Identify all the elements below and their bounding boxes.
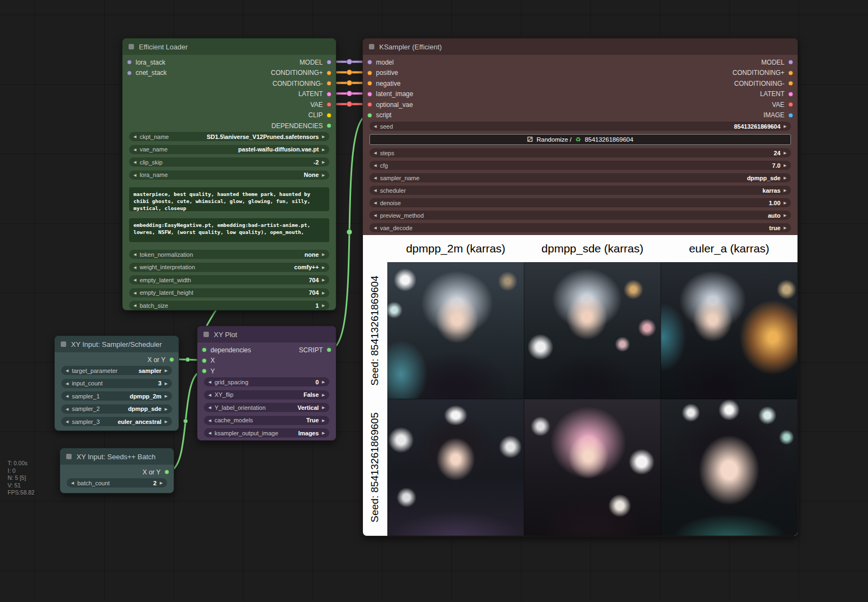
node-header-ksampler[interactable]: KSampler (Efficient) — [363, 39, 797, 55]
input-slot-cnet-stack[interactable]: cnet_stack — [127, 68, 167, 79]
next-arrow-icon[interactable]: ▶ — [322, 303, 325, 307]
prev-arrow-icon[interactable]: ◀ — [133, 303, 136, 307]
widget-ckpt-name[interactable]: ◀ ckpt_name SD1.5\aniverse_V12Pruned.saf… — [129, 132, 329, 141]
y-input-dot[interactable] — [202, 369, 207, 373]
next-arrow-icon[interactable]: ▶ — [322, 393, 325, 397]
model-input-dot[interactable] — [367, 60, 372, 65]
next-arrow-icon[interactable]: ▶ — [784, 151, 787, 155]
prev-arrow-icon[interactable]: ◀ — [133, 135, 136, 138]
next-arrow-icon[interactable]: ▶ — [784, 124, 787, 128]
conditioning-plus-output-dot[interactable] — [327, 71, 331, 75]
dependencies-output-dot[interactable] — [327, 123, 331, 128]
model-output-dot[interactable] — [327, 60, 331, 65]
prev-arrow-icon[interactable]: ◀ — [208, 419, 211, 422]
input-slot-latent-image[interactable]: latent_image — [367, 89, 413, 100]
widget-steps[interactable]: ◀ steps 24 ▶ — [369, 148, 791, 157]
next-arrow-icon[interactable]: ▶ — [784, 163, 787, 167]
widget-preview-method[interactable]: ◀ preview_method auto ▶ — [369, 211, 791, 220]
next-arrow-icon[interactable]: ▶ — [322, 173, 325, 177]
dependencies-input-dot[interactable] — [202, 347, 207, 352]
node-xy-plot[interactable]: XY Plot dependencies X Y SCRIPT ◀ grid_s… — [197, 326, 336, 441]
prev-arrow-icon[interactable]: ◀ — [66, 382, 68, 385]
output-slot-conditioning-minus[interactable]: CONDITIONING- — [271, 78, 331, 89]
output-slot-conditioning-plus[interactable]: CONDITIONING+ — [271, 68, 331, 79]
widget-token-normalization[interactable]: ◀ token_normalization none ▶ — [129, 250, 329, 259]
next-arrow-icon[interactable]: ▶ — [160, 481, 163, 485]
next-arrow-icon[interactable]: ▶ — [165, 420, 168, 423]
latent-image-input-dot[interactable] — [367, 92, 372, 97]
collapse-icon[interactable] — [61, 341, 66, 347]
vae-output-dot[interactable] — [788, 102, 793, 107]
script-output-dot[interactable] — [327, 347, 331, 352]
prev-arrow-icon[interactable]: ◀ — [133, 265, 136, 269]
next-arrow-icon[interactable]: ▶ — [322, 135, 325, 138]
latent-output-dot[interactable] — [327, 92, 331, 97]
prev-arrow-icon[interactable]: ◀ — [374, 226, 376, 230]
next-arrow-icon[interactable]: ▶ — [322, 380, 325, 384]
next-arrow-icon[interactable]: ▶ — [322, 252, 325, 256]
vae-output-dot[interactable] — [327, 102, 331, 107]
input-slot-script[interactable]: script — [367, 110, 413, 121]
widget-cache-models[interactable]: ◀ cache_models True ▶ — [204, 416, 329, 425]
prev-arrow-icon[interactable]: ◀ — [374, 124, 376, 128]
prev-arrow-icon[interactable]: ◀ — [374, 163, 376, 167]
output-slot-script[interactable]: SCRIPT — [299, 345, 331, 356]
model-output-dot[interactable] — [788, 60, 793, 65]
output-slot-vae[interactable]: VAE — [732, 99, 793, 110]
prev-arrow-icon[interactable]: ◀ — [66, 369, 68, 372]
node-header-xy-sampler[interactable]: XY Input: Sampler/Scheduler — [55, 336, 178, 352]
output-slot-conditioning-plus[interactable]: CONDITIONING+ — [732, 68, 793, 79]
next-arrow-icon[interactable]: ▶ — [322, 148, 325, 151]
node-header-efficient-loader[interactable]: Efficient Loader — [123, 39, 336, 55]
prev-arrow-icon[interactable]: ◀ — [133, 291, 136, 295]
negative-prompt-textarea[interactable]: embedding:EasyNegative.pt, embedding:bad… — [129, 218, 329, 242]
widget-sampler-2[interactable]: ◀ sampler_2 dpmpp_sde ▶ — [61, 404, 172, 414]
prev-arrow-icon[interactable]: ◀ — [208, 405, 211, 409]
node-xy-input-seeds-batch[interactable]: XY Input: Seeds++ Batch X or Y ◀ batch_c… — [60, 448, 174, 493]
next-arrow-icon[interactable]: ▶ — [784, 188, 787, 192]
randomize-seed-button[interactable]: ⚂ Randomize / ♻ 85413261869604 — [369, 134, 791, 145]
cnet-stack-input-dot[interactable] — [127, 71, 132, 75]
prev-arrow-icon[interactable]: ◀ — [133, 278, 136, 282]
widget-sampler-3[interactable]: ◀ sampler_3 euler_ancestral ▶ — [61, 417, 172, 426]
prev-arrow-icon[interactable]: ◀ — [374, 176, 376, 180]
input-slot-y[interactable]: Y — [202, 366, 251, 377]
input-slot-lora-stack[interactable]: lora_stack — [127, 57, 167, 68]
widget-clip-skip[interactable]: ◀ clip_skip -2 ▶ — [129, 157, 329, 167]
node-efficient-loader[interactable]: Efficient Loader lora_stack cnet_stack M… — [122, 38, 336, 310]
latent-output-dot[interactable] — [788, 92, 793, 97]
input-slot-negative[interactable]: negative — [367, 78, 413, 89]
positive-input-dot[interactable] — [367, 71, 372, 75]
next-arrow-icon[interactable]: ▶ — [322, 419, 325, 422]
conditioning-minus-output-dot[interactable] — [327, 81, 331, 86]
output-slot-model[interactable]: MODEL — [732, 57, 793, 68]
clip-output-dot[interactable] — [327, 113, 331, 118]
prev-arrow-icon[interactable]: ◀ — [374, 201, 376, 205]
node-ksampler-efficient[interactable]: KSampler (Efficient) model positive nega… — [362, 38, 798, 536]
node-xy-input-sampler-scheduler[interactable]: XY Input: Sampler/Scheduler X or Y ◀ tar… — [54, 335, 179, 431]
node-header-xy-seeds[interactable]: XY Input: Seeds++ Batch — [60, 448, 174, 465]
next-arrow-icon[interactable]: ▶ — [784, 213, 787, 217]
collapse-icon[interactable] — [369, 44, 374, 49]
conditioning-plus-output-dot[interactable] — [788, 71, 793, 75]
widget-sampler-name[interactable]: ◀ sampler_name dpmpp_sde ▶ — [369, 173, 791, 182]
collapse-icon[interactable] — [203, 332, 209, 337]
widget-lora-name[interactable]: ◀ lora_name None ▶ — [129, 170, 329, 180]
prev-arrow-icon[interactable]: ◀ — [374, 188, 376, 192]
next-arrow-icon[interactable]: ▶ — [322, 405, 325, 409]
next-arrow-icon[interactable]: ▶ — [784, 201, 787, 205]
input-slot-x[interactable]: X — [202, 356, 251, 366]
next-arrow-icon[interactable]: ▶ — [322, 431, 325, 435]
script-input-dot[interactable] — [367, 113, 372, 118]
input-slot-optional-vae[interactable]: optional_vae — [367, 99, 413, 110]
widget-weight-interpretation[interactable]: ◀ weight_interpretation comfy++ ▶ — [129, 263, 329, 272]
widget-seed[interactable]: ◀ seed 85413261869604 ▶ — [369, 122, 791, 131]
prev-arrow-icon[interactable]: ◀ — [208, 431, 211, 435]
next-arrow-icon[interactable]: ▶ — [322, 265, 325, 269]
widget-ksampler-output-image[interactable]: ◀ ksampler_output_image Images ▶ — [204, 428, 329, 438]
output-slot-conditioning-minus[interactable]: CONDITIONING- — [732, 78, 793, 89]
widget-xy-flip[interactable]: ◀ XY_flip False ▶ — [204, 390, 329, 400]
prev-arrow-icon[interactable]: ◀ — [133, 173, 136, 177]
output-slot-latent[interactable]: LATENT — [732, 89, 793, 100]
x-or-y-output-dot[interactable] — [164, 470, 169, 474]
